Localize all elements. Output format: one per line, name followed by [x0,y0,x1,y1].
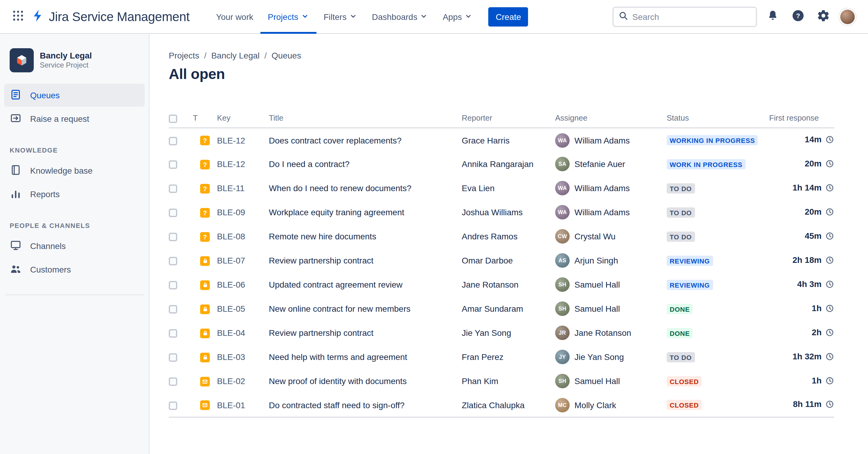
table-row[interactable]: BLE-07 Review partnership contract Omar … [169,248,834,273]
sidebar-item-label: Customers [30,265,71,274]
queue-table-body: ? BLE-12 Does contract cover replacement… [169,128,834,417]
first-response-time: 4h 3m [797,279,822,289]
table-row[interactable]: ? BLE-12 Does contract cover replacement… [169,128,834,152]
issue-key[interactable]: BLE-07 [217,248,269,273]
sidebar-item-reports[interactable]: Reports [4,183,145,206]
issue-title-link[interactable]: Updated contract agreement review [269,280,403,290]
book-icon [10,164,22,178]
table-row[interactable]: BLE-04 Review partnership contract Jie Y… [169,321,834,345]
issue-title-link[interactable]: New proof of identity with documents [269,376,407,386]
nav-your-work[interactable]: Your work [209,0,261,33]
table-row[interactable]: ? BLE-08 Remote new hire documents Andre… [169,224,834,248]
row-checkbox[interactable] [169,160,177,169]
nav-projects[interactable]: Projects [261,0,316,33]
row-checkbox[interactable] [169,281,177,290]
nav-apps-label: Apps [443,12,462,22]
app-root: Jira Service Management Your work Projec… [0,0,868,454]
table-header-row: T Key Title Reporter Assignee Status Fir… [169,113,834,128]
notifications-button[interactable] [763,7,782,26]
issue-key[interactable]: BLE-03 [217,345,269,369]
nav-projects-label: Projects [268,12,299,22]
issue-title-link[interactable]: Remote new hire documents [269,232,376,241]
settings-button[interactable] [814,7,833,26]
issue-key[interactable]: BLE-05 [217,297,269,321]
nav-your-work-label: Your work [216,12,253,22]
table-row[interactable]: BLE-06 Updated contract agreement review… [169,273,834,297]
clock-icon [825,160,834,170]
sidebar-item-raise-a-request[interactable]: Raise a request [4,107,145,130]
table-row[interactable]: ? BLE-11 When do I need to renew documen… [169,176,834,200]
reporter-name: Joshua Williams [462,200,555,224]
issue-key[interactable]: BLE-12 [217,152,269,176]
issue-title-link[interactable]: Do contracted staff need to sign-off? [269,400,404,410]
select-all-checkbox[interactable] [169,114,177,123]
issue-key[interactable]: BLE-11 [217,176,269,200]
row-checkbox[interactable] [169,257,177,265]
assignee-avatar: WA [555,205,569,219]
row-checkbox[interactable] [169,137,177,145]
sidebar-item-channels[interactable]: Channels [4,235,145,258]
issue-key[interactable]: BLE-01 [217,393,269,417]
first-response-time: 2h [812,327,822,337]
status-badge: CLOSED [667,376,702,386]
breadcrumb-queues[interactable]: Queues [272,51,301,60]
nav-apps[interactable]: Apps [435,0,480,33]
table-row[interactable]: BLE-05 New online contract for new membe… [169,297,834,321]
table-row[interactable]: ? BLE-09 Workplace equity traning agreem… [169,200,834,224]
row-checkbox[interactable] [169,329,177,338]
table-row[interactable]: ? BLE-12 Do I need a contract? Annika Ra… [169,152,834,176]
first-response-time: 1h [812,375,822,385]
issue-title-link[interactable]: When do I need to renew documents? [269,183,411,193]
nav-dashboards[interactable]: Dashboards [365,0,435,33]
issue-title-link[interactable]: Review partnership contract [269,255,373,265]
issue-title-link[interactable]: Review partnership contract [269,328,373,338]
clock-icon [825,353,834,363]
issue-title-link[interactable]: New online contract for new members [269,304,410,313]
sidebar-item-customers[interactable]: Customers [4,258,145,281]
issue-key[interactable]: BLE-09 [217,200,269,224]
user-avatar[interactable] [839,8,856,25]
issue-title-link[interactable]: Need help with terms and agreement [269,352,407,362]
sidebar-item-queues[interactable]: Queues [4,84,145,107]
nav-filters[interactable]: Filters [316,0,365,33]
row-checkbox[interactable] [169,305,177,313]
assignee-avatar: AS [555,253,569,268]
queues-icon [10,88,22,102]
row-checkbox[interactable] [169,353,177,362]
table-row[interactable]: BLE-03 Need help with terms and agreemen… [169,345,834,369]
search-input[interactable] [632,12,751,22]
breadcrumb: Projects / Bancly Legal / Queues [169,50,834,61]
app-switcher-button[interactable] [8,7,28,26]
row-checkbox[interactable] [169,209,177,217]
assignee-avatar: JR [555,326,569,340]
row-checkbox[interactable] [169,377,177,386]
global-search[interactable] [613,6,757,27]
issue-key[interactable]: BLE-06 [217,273,269,297]
jira-home-link[interactable]: Jira Service Management [31,9,190,24]
help-button[interactable]: ? [788,7,808,26]
assignee-avatar: WA [555,181,569,195]
reporter-name: Eva Lien [462,176,555,200]
breadcrumb-projects[interactable]: Projects [169,51,199,60]
table-row[interactable]: BLE-01 Do contracted staff need to sign-… [169,393,834,417]
column-header-type: T [193,113,217,128]
create-button[interactable]: Create [489,7,528,26]
issue-key[interactable]: BLE-12 [217,128,269,152]
row-checkbox[interactable] [169,401,177,410]
lock-type-icon [200,353,210,362]
issue-title-link[interactable]: Do I need a contract? [269,159,350,169]
sidebar-item-knowledge-base[interactable]: Knowledge base [4,159,145,182]
issue-key[interactable]: BLE-02 [217,369,269,393]
row-checkbox[interactable] [169,233,177,241]
row-checkbox[interactable] [169,184,177,193]
issue-key[interactable]: BLE-04 [217,321,269,345]
table-row[interactable]: BLE-02 New proof of identity with docume… [169,369,834,393]
topbar-right-cluster: ? [613,6,856,27]
issue-title-link[interactable]: Does contract cover replacements? [269,135,401,145]
reporter-name: Phan Kim [462,369,555,393]
breadcrumb-project[interactable]: Bancly Legal [211,51,259,60]
issue-title-link[interactable]: Workplace equity traning agreement [269,207,404,217]
clock-icon [825,233,834,242]
queue-table: T Key Title Reporter Assignee Status Fir… [169,113,834,418]
issue-key[interactable]: BLE-08 [217,224,269,248]
